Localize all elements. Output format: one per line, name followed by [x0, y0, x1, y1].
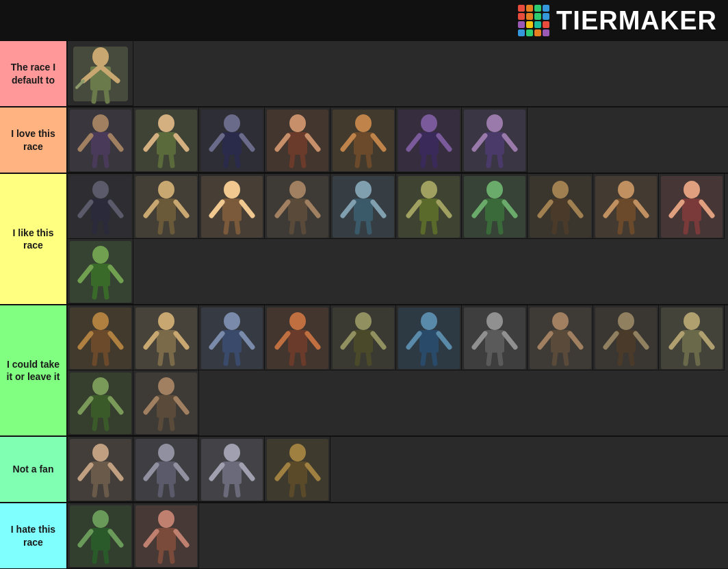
tier-items-like [66, 174, 728, 304]
svg-line-20 [160, 155, 161, 166]
character-figure [462, 305, 528, 370]
tier-item[interactable] [265, 108, 330, 173]
tier-item[interactable] [265, 174, 330, 239]
tier-item[interactable] [593, 305, 659, 370]
character-figure [133, 503, 199, 568]
tier-item[interactable] [528, 174, 593, 239]
svg-point-233 [224, 444, 240, 461]
svg-rect-10 [91, 132, 110, 155]
tier-item[interactable] [396, 108, 462, 173]
tier-item[interactable] [68, 41, 133, 106]
tier-item[interactable] [199, 108, 265, 173]
character-figure [265, 174, 330, 239]
tier-item[interactable] [396, 305, 462, 370]
svg-line-77 [237, 221, 238, 232]
logo-dot [543, 13, 549, 20]
tier-item[interactable] [199, 305, 265, 370]
svg-rect-52 [485, 132, 504, 155]
character-figure [593, 305, 659, 370]
svg-rect-199 [682, 330, 701, 353]
svg-line-167 [357, 353, 359, 364]
tier-item[interactable] [133, 370, 199, 435]
svg-line-48 [423, 155, 424, 166]
tier-item[interactable] [659, 305, 725, 370]
svg-rect-213 [157, 395, 176, 418]
svg-rect-73 [222, 199, 242, 221]
svg-line-238 [237, 484, 238, 495]
svg-rect-17 [157, 132, 176, 155]
tier-item[interactable] [133, 108, 199, 173]
tier-item[interactable] [68, 174, 133, 239]
svg-rect-59 [91, 199, 110, 221]
svg-point-191 [618, 312, 634, 330]
tier-item[interactable] [199, 174, 265, 239]
character-figure [133, 370, 199, 435]
character-figure [199, 108, 265, 173]
svg-line-13 [94, 155, 96, 166]
svg-line-231 [171, 484, 172, 495]
svg-line-230 [160, 484, 161, 495]
svg-line-202 [686, 353, 687, 364]
tier-item[interactable] [68, 239, 133, 304]
tier-item[interactable] [528, 305, 593, 370]
logo-dot [518, 21, 525, 28]
tier-item[interactable] [330, 174, 396, 239]
character-figure [68, 239, 133, 304]
character-figure [528, 305, 593, 370]
tier-item[interactable] [659, 174, 725, 239]
tier-item[interactable] [462, 108, 528, 173]
character-figure [68, 370, 133, 435]
tier-items-love [66, 108, 728, 173]
tier-item[interactable] [133, 503, 199, 568]
tier-item[interactable] [199, 437, 265, 502]
svg-line-139 [94, 353, 96, 364]
svg-line-63 [105, 221, 107, 232]
tier-row-hate: I hate this race [0, 503, 728, 569]
svg-line-154 [237, 353, 238, 364]
svg-rect-192 [616, 330, 636, 353]
svg-point-16 [158, 114, 174, 132]
svg-point-121 [684, 181, 700, 199]
tier-item[interactable] [68, 108, 133, 173]
character-figure [396, 305, 462, 370]
character-figure [593, 174, 659, 239]
tier-item[interactable] [68, 503, 133, 568]
character-figure [68, 41, 133, 106]
tier-item[interactable] [330, 108, 396, 173]
tier-item[interactable] [462, 174, 528, 239]
svg-point-240 [289, 444, 306, 461]
character-figure [330, 174, 396, 239]
svg-line-76 [226, 221, 227, 232]
tier-item[interactable] [265, 305, 330, 370]
tier-item[interactable] [593, 174, 659, 239]
tier-item[interactable] [330, 305, 396, 370]
svg-line-216 [160, 418, 161, 429]
svg-line-27 [226, 155, 227, 166]
logo-dot [534, 5, 541, 12]
logo-dot [534, 21, 541, 28]
svg-line-41 [357, 155, 359, 166]
tier-item[interactable] [68, 370, 133, 435]
svg-line-35 [302, 155, 304, 166]
svg-line-70 [171, 221, 172, 232]
svg-point-86 [355, 181, 372, 199]
character-figure [68, 503, 133, 568]
svg-rect-115 [616, 199, 636, 221]
tier-items-meh [66, 305, 728, 435]
tier-item[interactable] [133, 174, 199, 239]
logo-dot [543, 21, 549, 28]
tier-item[interactable] [133, 305, 199, 370]
tier-item[interactable] [265, 437, 330, 502]
svg-point-142 [158, 312, 174, 330]
svg-line-90 [357, 221, 359, 232]
svg-line-111 [554, 221, 556, 232]
tier-item[interactable] [396, 174, 462, 239]
tier-item[interactable] [462, 305, 528, 370]
tier-item[interactable] [68, 437, 133, 502]
character-figure [396, 108, 462, 173]
svg-rect-31 [288, 132, 307, 155]
svg-line-160 [291, 353, 293, 364]
tier-item[interactable] [68, 305, 133, 370]
svg-line-196 [631, 353, 632, 364]
tier-item[interactable] [133, 437, 199, 502]
